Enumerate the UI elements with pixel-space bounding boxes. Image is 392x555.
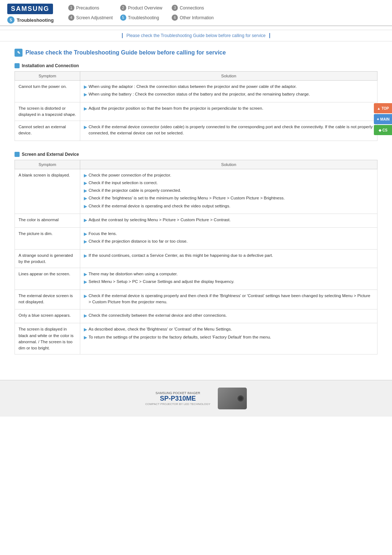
solution-text: Check if the external device is operatin…	[89, 293, 373, 305]
solution-cell: ▶Adjust the contrast by selecting Menu >…	[80, 214, 377, 227]
bullet-icon: ▶	[84, 203, 87, 210]
section2-label: Screen and External Device	[22, 152, 79, 157]
symptom-cell: Cannot select an external device.	[15, 121, 80, 141]
table-row: A blank screen is displayed.▶Check the p…	[15, 169, 377, 214]
symptom-cell: The external device screen is not displa…	[15, 289, 80, 309]
nav-item-2[interactable]: 2Product Overview	[120, 4, 165, 12]
bullet-icon: ▶	[84, 188, 87, 194]
main-button[interactable]: ✦ MAIN	[374, 114, 392, 124]
brand-label: SAMSUNG POCKET IMAGER	[145, 391, 210, 395]
active-label: Troubleshooting	[17, 17, 54, 23]
table-row: The external device screen is not displa…	[15, 289, 377, 309]
bullet-icon: ▶	[84, 279, 87, 285]
solution-line: ▶As described above, check the 'Brightne…	[84, 326, 373, 333]
solution-cell: ▶Check the power connection of the proje…	[80, 169, 377, 214]
solution-line: ▶Select Menu > Setup > PC > Coarse Setti…	[84, 279, 373, 285]
table-row: The picture is dim.▶Focus the lens.▶Chec…	[15, 228, 377, 250]
solution-text: Check if the projection distance is too …	[89, 238, 188, 244]
bullet-icon: ▶	[84, 293, 87, 299]
solution-text: Adjust the contrast by selecting Menu > …	[89, 217, 231, 223]
bullet-icon: ▶	[84, 231, 87, 237]
table-row: The color is abnormal▶Adjust the contras…	[15, 214, 377, 227]
solution-cell: ▶When using the adaptor : Check the conn…	[80, 81, 377, 102]
header: SAMSUNG 5 Troubleshooting 1Precautions2P…	[0, 0, 392, 26]
cs-button[interactable]: ◆ CS	[374, 125, 392, 135]
bullet-icon: ▶	[84, 313, 87, 319]
nav-num-1: 1	[68, 5, 74, 11]
nav-label-1: Precautions	[76, 5, 99, 11]
solution-line: ▶Check if the external device is operati…	[84, 203, 373, 210]
bullet-icon: ▶	[84, 173, 87, 179]
symptom-cell: The screen is distorted or displayed in …	[15, 102, 80, 121]
solution-line: ▶Adjust the projector position so that t…	[84, 105, 373, 112]
solution-text: As described above, check the 'Brightnes…	[89, 326, 232, 332]
nav-grid: 1Precautions2Product Overview3Connection…	[68, 4, 216, 25]
solution-text: Focus the lens.	[89, 231, 117, 237]
solution-line: ▶When using the adaptor : Check the conn…	[84, 84, 373, 90]
product-info: SAMSUNG POCKET IMAGER SP-P310ME COMPACT …	[145, 391, 210, 406]
solution-cell: ▶Check if the external device connector …	[80, 121, 377, 141]
solution-text: Check if the 'brightness' is set to the …	[89, 195, 285, 201]
projector-lens	[237, 395, 244, 402]
solution-text: Select Menu > Setup > PC > Coarse Settin…	[89, 279, 234, 285]
nav-num-5: 5	[120, 15, 126, 21]
solution-line: ▶Check the power connection of the proje…	[84, 172, 373, 179]
solution-cell: ▶Focus the lens.▶Check if the projection…	[80, 228, 377, 250]
side-nav[interactable]: ▲ TOP ✦ MAIN ◆ CS	[374, 103, 392, 135]
nav-num-4: 4	[68, 15, 74, 21]
nav-item-1[interactable]: 1Precautions	[68, 4, 113, 12]
nav-num-3: 3	[172, 5, 178, 11]
bullet-icon: ▶	[84, 92, 87, 98]
solution-line: ▶Adjust the contrast by selecting Menu >…	[84, 217, 373, 223]
solution-text: Check if the external device is operatin…	[89, 203, 230, 209]
solution-line: ▶Check the connectivity between the exte…	[84, 312, 373, 319]
product-sub: COMPACT PROJECTOR BY LED TECHNOLOGY	[145, 402, 210, 406]
solution-line: ▶Check if the 'brightness' is set to the…	[84, 195, 373, 202]
table-row: Cannot select an external device.▶Check …	[15, 121, 377, 141]
top-button[interactable]: ▲ TOP	[374, 103, 392, 113]
section1-heading: Installation and Connection	[15, 63, 377, 68]
solution-text: When using the adaptor : Check the conne…	[89, 84, 297, 90]
bullet-icon: ▶	[84, 239, 87, 245]
main-content: ▲ TOP ✦ MAIN ◆ CS ✎ Please check the Tro…	[0, 45, 392, 373]
col-solution-1: Solution	[80, 72, 377, 81]
solution-line: ▶Check if the external device is operati…	[84, 293, 373, 305]
samsung-logo: SAMSUNG	[7, 4, 53, 14]
page-title-text: Please check the Troubleshooting Guide b…	[25, 49, 226, 56]
solution-cell: ▶Check if the external device is operati…	[80, 289, 377, 309]
table-row: Lines appear on the screen.▶There may be…	[15, 268, 377, 290]
bullet-icon: ▶	[84, 84, 87, 90]
solution-cell: ▶Check the connectivity between the exte…	[80, 309, 377, 323]
solution-line: ▶Check if the projector cable is properl…	[84, 187, 373, 194]
active-num: 5	[7, 16, 15, 24]
bullet-icon: ▶	[84, 124, 87, 130]
nav-item-3[interactable]: 3Connections	[172, 4, 216, 12]
nav-item-5[interactable]: 5Troubleshooting	[120, 13, 165, 22]
solution-line: ▶Check if the input selection is correct…	[84, 180, 373, 186]
banner-text: Please check the Troubleshooting Guide b…	[122, 33, 270, 38]
solution-text: To return the settings of the projector …	[89, 334, 271, 340]
table-row: The screen is distorted or displayed in …	[15, 102, 377, 121]
col-symptom-1: Symptom	[15, 72, 80, 81]
solution-text: Check if the external device connector (…	[89, 124, 373, 137]
nav-item-4[interactable]: 4Screen Adjustment	[68, 13, 113, 22]
section2-heading: Screen and External Device	[15, 152, 377, 157]
bullet-icon: ▶	[84, 335, 87, 341]
symptom-cell: Lines appear on the screen.	[15, 268, 80, 290]
bullet-icon: ▶	[84, 217, 87, 223]
section1-icon	[15, 63, 20, 68]
symptom-cell: The screen is displayed in black and whi…	[15, 323, 80, 355]
nav-item-6[interactable]: 6Other Information	[172, 13, 216, 22]
solution-cell: ▶As described above, check the 'Brightne…	[80, 323, 377, 355]
footer: SAMSUNG POCKET IMAGER SP-P310ME COMPACT …	[0, 380, 392, 417]
nav-label-3: Connections	[180, 5, 204, 11]
page-title-icon: ✎	[15, 49, 23, 57]
model-name: SP-P310ME	[145, 395, 210, 402]
bullet-icon: ▶	[84, 180, 87, 186]
symptom-cell: Cannot turn the power on.	[15, 81, 80, 102]
nav-label-2: Product Overview	[128, 5, 163, 11]
bullet-icon: ▶	[84, 106, 87, 112]
symptom-cell: The picture is dim.	[15, 228, 80, 250]
col-symptom-2: Symptom	[15, 160, 80, 169]
solution-text: If the sound continues, contact a Servic…	[89, 252, 273, 259]
